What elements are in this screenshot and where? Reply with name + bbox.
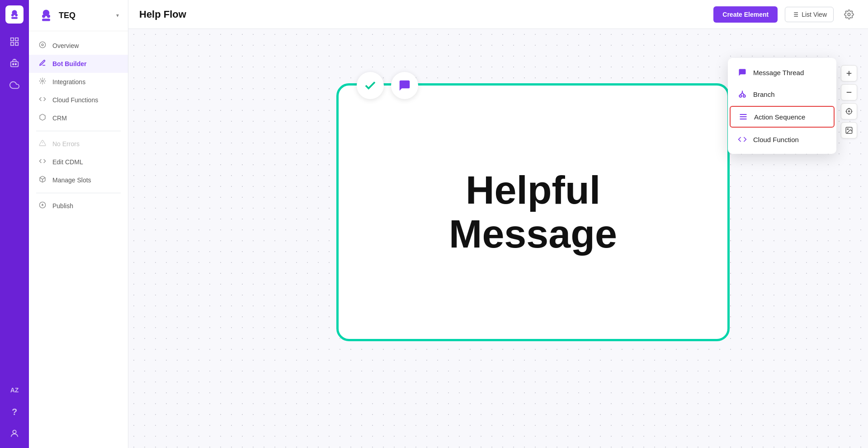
overview-icon: [38, 41, 47, 50]
sidebar-nav: Overview Bot Builder Integrations Cloud …: [29, 31, 128, 448]
action-sequence-icon: [738, 112, 749, 121]
sidebar: TEQ ▾ Overview Bot Builder Integrations: [29, 0, 128, 448]
svg-point-30: [848, 13, 850, 16]
brand-chevron-icon: ▾: [116, 12, 119, 19]
dropdown-item-message-thread[interactable]: Message Thread: [728, 62, 836, 83]
settings-button[interactable]: [841, 6, 857, 23]
svg-rect-8: [11, 62, 19, 67]
svg-point-14: [42, 14, 45, 18]
svg-point-10: [15, 63, 16, 65]
sidebar-brand[interactable]: TEQ ▾: [29, 0, 128, 31]
cloud-functions-icon: [38, 95, 47, 105]
branch-label: Branch: [753, 91, 775, 98]
rail-dashboard-icon[interactable]: [5, 33, 24, 51]
canvas-controls: [841, 65, 857, 138]
list-view-button[interactable]: List View: [785, 7, 834, 22]
rail-help-icon[interactable]: ?: [5, 403, 24, 421]
svg-point-19: [42, 80, 43, 82]
svg-point-34: [846, 109, 852, 114]
sidebar-item-manage-slots[interactable]: Manage Slots: [29, 171, 128, 189]
svg-point-46: [743, 95, 745, 97]
svg-rect-5: [15, 38, 18, 41]
no-errors-icon: [38, 139, 47, 148]
zoom-out-button[interactable]: [841, 84, 857, 100]
bot-builder-icon: [38, 59, 47, 68]
rail-bot-icon[interactable]: [5, 54, 24, 72]
sidebar-item-publish[interactable]: Publish: [29, 197, 128, 215]
svg-rect-16: [42, 19, 50, 21]
brand-name: TEQ: [59, 11, 75, 20]
check-icon-circle: [357, 72, 384, 99]
sidebar-item-crm[interactable]: CRM: [29, 109, 128, 127]
svg-point-45: [739, 95, 741, 97]
svg-rect-6: [11, 43, 14, 45]
svg-rect-7: [15, 43, 18, 45]
dropdown-item-branch[interactable]: Branch: [728, 83, 836, 105]
chat-icon-circle: [391, 72, 418, 99]
dropdown-menu: Message Thread Branch Action Sequence Cl…: [728, 58, 836, 154]
rail-user-icon[interactable]: [5, 424, 24, 443]
svg-point-12: [13, 430, 16, 434]
rail-cloud-icon[interactable]: [5, 76, 24, 94]
message-thread-label: Message Thread: [753, 69, 804, 76]
branch-icon: [737, 90, 748, 99]
icon-rail: AZ ?: [0, 0, 29, 448]
svg-rect-3: [11, 17, 18, 19]
integrations-icon: [38, 77, 47, 86]
manage-slots-icon: [38, 176, 47, 185]
sidebar-item-overview[interactable]: Overview: [29, 37, 128, 55]
crm-icon: [38, 114, 47, 123]
flow-node[interactable]: Helpful Message: [336, 83, 730, 341]
sidebar-item-no-errors: No Errors: [29, 135, 128, 153]
svg-point-15: [47, 14, 50, 18]
svg-point-18: [42, 44, 43, 46]
sidebar-item-edit-cdml[interactable]: Edit CDML: [29, 153, 128, 171]
svg-point-17: [39, 42, 45, 48]
rail-translate-icon[interactable]: AZ: [5, 381, 24, 399]
target-button[interactable]: [841, 103, 857, 119]
nav-divider-2: [36, 193, 121, 193]
svg-rect-4: [11, 38, 14, 41]
publish-icon: [38, 201, 47, 210]
create-element-button[interactable]: Create Element: [713, 6, 778, 23]
list-view-label: List View: [802, 11, 827, 18]
edit-cdml-icon: [38, 157, 47, 167]
nav-divider-1: [36, 131, 121, 131]
message-thread-icon: [737, 68, 748, 77]
node-icons: [357, 72, 418, 99]
sidebar-item-cloud-functions[interactable]: Cloud Functions: [29, 91, 128, 109]
app-logo[interactable]: [5, 5, 24, 24]
cloud-function-icon: [737, 135, 748, 144]
svg-point-35: [849, 111, 850, 112]
main-area: Help Flow Create Element List View Helpf…: [128, 0, 868, 448]
svg-point-41: [847, 129, 848, 129]
zoom-in-button[interactable]: [841, 65, 857, 81]
sidebar-item-bot-builder[interactable]: Bot Builder: [29, 55, 128, 73]
node-label: Helpful Message: [449, 168, 617, 256]
dropdown-item-cloud-function[interactable]: Cloud Function: [728, 129, 836, 150]
canvas[interactable]: Helpful Message M: [128, 29, 868, 448]
dropdown-item-action-sequence[interactable]: Action Sequence: [730, 106, 835, 128]
svg-point-9: [13, 63, 14, 65]
page-title: Help Flow: [139, 9, 706, 20]
image-button[interactable]: [841, 122, 857, 138]
svg-point-2: [15, 14, 18, 17]
action-sequence-label: Action Sequence: [754, 113, 805, 121]
svg-point-1: [11, 14, 14, 17]
topbar: Help Flow Create Element List View: [128, 0, 868, 29]
cloud-function-label: Cloud Function: [753, 136, 799, 143]
sidebar-item-integrations[interactable]: Integrations: [29, 73, 128, 91]
